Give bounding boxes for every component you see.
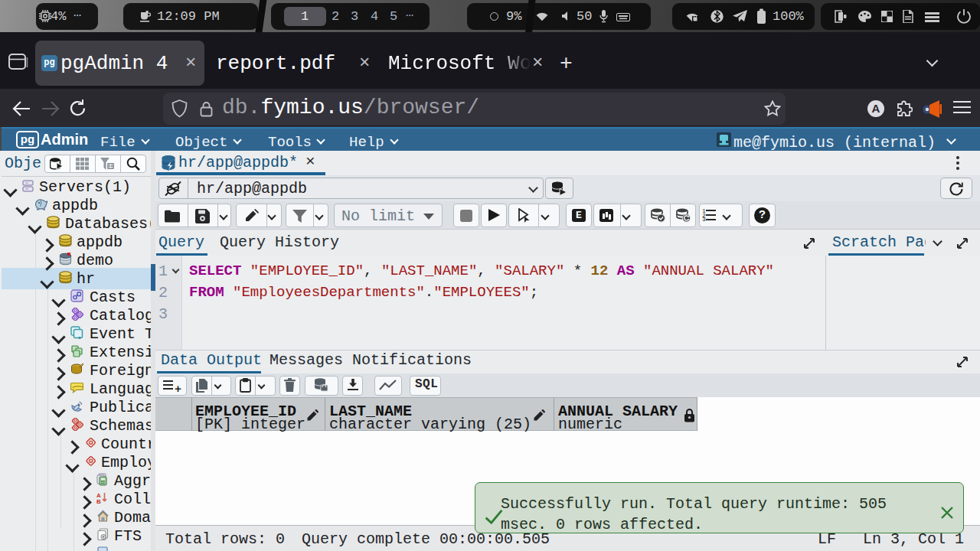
svg-text:B: B xyxy=(96,498,101,504)
